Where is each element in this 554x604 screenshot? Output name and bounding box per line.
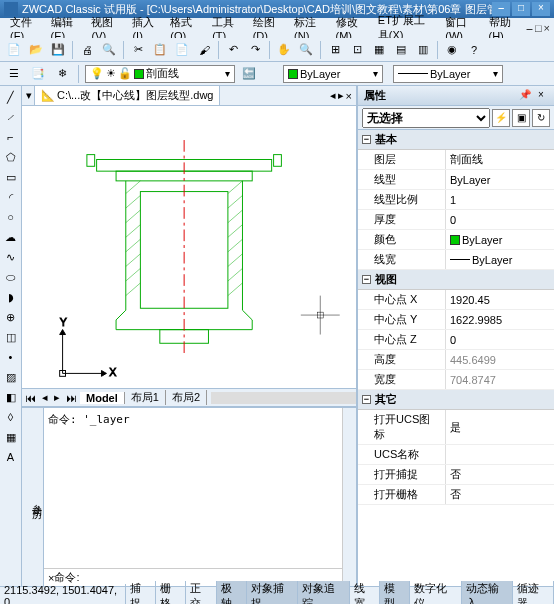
layout-prev-icon[interactable]: ◂ bbox=[39, 391, 51, 404]
preview-icon[interactable]: 🔍 bbox=[99, 40, 119, 60]
layer-state-icon[interactable]: 📑 bbox=[28, 64, 48, 84]
xline-icon[interactable]: ⟋ bbox=[2, 108, 20, 126]
open-icon[interactable]: 📂 bbox=[26, 40, 46, 60]
redo-icon[interactable]: ↷ bbox=[245, 40, 265, 60]
prop-group-basic[interactable]: −基本 bbox=[358, 130, 554, 150]
status-otrack[interactable]: 对象追踪 bbox=[298, 581, 349, 605]
status-lweight[interactable]: 线宽 bbox=[350, 581, 380, 605]
layout-tab-model[interactable]: Model bbox=[80, 392, 125, 404]
spline-icon[interactable]: ∿ bbox=[2, 248, 20, 266]
new-icon[interactable]: 📄 bbox=[4, 40, 24, 60]
prop-value[interactable]: 0 bbox=[446, 330, 554, 349]
close-button[interactable]: × bbox=[532, 2, 550, 16]
select-icon[interactable]: ▣ bbox=[512, 109, 530, 127]
prop-value[interactable]: 否 bbox=[446, 465, 554, 484]
pline-icon[interactable]: ⌐ bbox=[2, 128, 20, 146]
layout-first-icon[interactable]: ⏮ bbox=[22, 392, 39, 404]
layer-freeze-icon[interactable]: ❄ bbox=[52, 64, 72, 84]
status-snap[interactable]: 捕捉 bbox=[126, 581, 156, 605]
prop-group-view[interactable]: −视图 bbox=[358, 270, 554, 290]
status-grid[interactable]: 栅格 bbox=[156, 581, 186, 605]
tb-icon-3[interactable]: ▦ bbox=[369, 40, 389, 60]
point-icon[interactable]: • bbox=[2, 348, 20, 366]
copy-icon[interactable]: 📋 bbox=[150, 40, 170, 60]
pickadd-icon[interactable]: ↻ bbox=[532, 109, 550, 127]
circle-icon[interactable]: ○ bbox=[2, 208, 20, 226]
polygon-icon[interactable]: ⬠ bbox=[2, 148, 20, 166]
drawing-canvas[interactable]: X Y bbox=[22, 106, 356, 388]
doc-minimize-button[interactable]: ‒ bbox=[526, 22, 533, 35]
help-icon[interactable]: ? bbox=[464, 40, 484, 60]
prop-value[interactable]: 剖面线 bbox=[446, 150, 554, 169]
tab-right-icon[interactable]: ▸ bbox=[338, 89, 344, 102]
print-icon[interactable]: 🖨 bbox=[77, 40, 97, 60]
match-icon[interactable]: 🖌 bbox=[194, 40, 214, 60]
pin-icon[interactable]: 📌 bbox=[518, 89, 532, 103]
layout-tab-1[interactable]: 布局1 bbox=[125, 390, 166, 405]
ellipsearc-icon[interactable]: ◗ bbox=[2, 288, 20, 306]
status-track[interactable]: 循迹器 bbox=[513, 581, 554, 605]
insert-icon[interactable]: ⊕ bbox=[2, 308, 20, 326]
layout-tab-2[interactable]: 布局2 bbox=[166, 390, 207, 405]
status-model[interactable]: 模型 bbox=[380, 581, 410, 605]
prop-value[interactable]: ByLayer bbox=[446, 250, 554, 269]
tb-icon-2[interactable]: ⊡ bbox=[347, 40, 367, 60]
prop-value[interactable]: ByLayer bbox=[446, 230, 554, 249]
layer-dropdown[interactable]: 💡 ☀ 🔓 剖面线 ▾ bbox=[85, 65, 235, 83]
doc-close-button[interactable]: × bbox=[544, 22, 550, 34]
ellipse-icon[interactable]: ⬭ bbox=[2, 268, 20, 286]
status-ortho[interactable]: 正交 bbox=[186, 581, 216, 605]
panel-close-icon[interactable]: × bbox=[534, 89, 548, 103]
prop-value[interactable]: 1 bbox=[446, 190, 554, 209]
status-polar[interactable]: 极轴 bbox=[217, 581, 247, 605]
paste-icon[interactable]: 📄 bbox=[172, 40, 192, 60]
layout-next-icon[interactable]: ▸ bbox=[51, 391, 63, 404]
layout-last-icon[interactable]: ⏭ bbox=[63, 392, 80, 404]
prop-value[interactable] bbox=[446, 445, 554, 464]
revcloud-icon[interactable]: ☁ bbox=[2, 228, 20, 246]
status-tablet[interactable]: 数字化仪 bbox=[410, 581, 461, 605]
horizontal-scrollbar[interactable] bbox=[211, 392, 356, 404]
collapse-icon[interactable]: − bbox=[362, 135, 371, 144]
status-osnap[interactable]: 对象捕捉 bbox=[247, 581, 298, 605]
tb-icon-4[interactable]: ▤ bbox=[391, 40, 411, 60]
lineweight-dropdown[interactable]: ByLayer ▾ bbox=[393, 65, 503, 83]
doc-maximize-button[interactable]: □ bbox=[535, 22, 542, 34]
prop-value[interactable]: 0 bbox=[446, 210, 554, 229]
tab-left-icon[interactable]: ◂ bbox=[330, 89, 336, 102]
layer-prev-icon[interactable]: 🔙 bbox=[239, 64, 259, 84]
text-icon[interactable]: A bbox=[2, 448, 20, 466]
block-icon[interactable]: ◫ bbox=[2, 328, 20, 346]
prop-value[interactable]: 1920.45 bbox=[446, 290, 554, 309]
prop-value[interactable]: 1622.9985 bbox=[446, 310, 554, 329]
command-scrollbar[interactable] bbox=[342, 408, 356, 586]
undo-icon[interactable]: ↶ bbox=[223, 40, 243, 60]
collapse-icon[interactable]: − bbox=[362, 275, 371, 284]
save-icon[interactable]: 💾 bbox=[48, 40, 68, 60]
region-icon[interactable]: ◊ bbox=[2, 408, 20, 426]
prop-value[interactable]: 704.8747 bbox=[446, 370, 554, 389]
gradient-icon[interactable]: ◧ bbox=[2, 388, 20, 406]
status-dyn[interactable]: 动态输入 bbox=[462, 581, 513, 605]
arc-icon[interactable]: ◜ bbox=[2, 188, 20, 206]
tb-icon-5[interactable]: ▥ bbox=[413, 40, 433, 60]
selection-dropdown[interactable]: 无选择 bbox=[362, 108, 490, 128]
color-dropdown[interactable]: ByLayer ▾ bbox=[283, 65, 383, 83]
prop-group-other[interactable]: −其它 bbox=[358, 390, 554, 410]
prop-value[interactable]: 是 bbox=[446, 410, 554, 444]
cut-icon[interactable]: ✂ bbox=[128, 40, 148, 60]
tb-icon-1[interactable]: ⊞ bbox=[325, 40, 345, 60]
prop-value[interactable]: 445.6499 bbox=[446, 350, 554, 369]
prop-value[interactable]: 否 bbox=[446, 485, 554, 504]
document-tab[interactable]: 📐 C:\...改【中心线】图层线型.dwg bbox=[34, 86, 220, 106]
collapse-icon[interactable]: − bbox=[362, 395, 371, 404]
table-icon[interactable]: ▦ bbox=[2, 428, 20, 446]
rect-icon[interactable]: ▭ bbox=[2, 168, 20, 186]
hatch-icon[interactable]: ▨ bbox=[2, 368, 20, 386]
line-icon[interactable]: ╱ bbox=[2, 88, 20, 106]
pan-icon[interactable]: ✋ bbox=[274, 40, 294, 60]
zoom-icon[interactable]: 🔍 bbox=[296, 40, 316, 60]
layer-prop-icon[interactable]: ☰ bbox=[4, 64, 24, 84]
quick-select-icon[interactable]: ⚡ bbox=[492, 109, 510, 127]
prop-value[interactable]: ByLayer bbox=[446, 170, 554, 189]
